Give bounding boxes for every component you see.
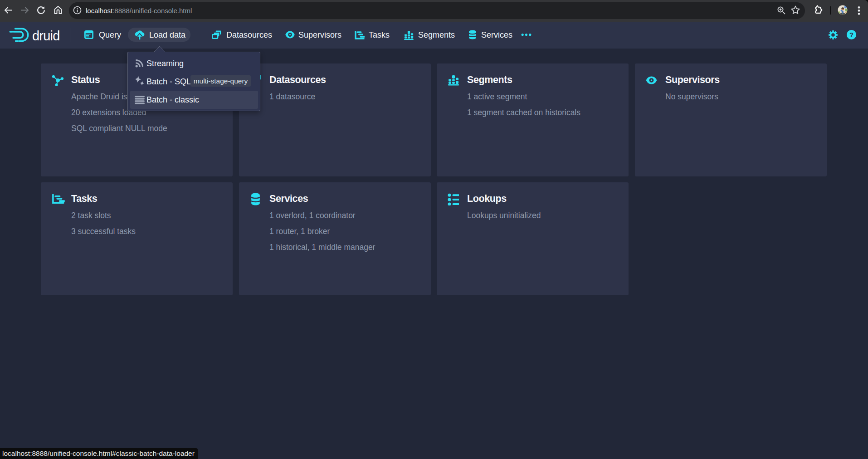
svg-text:?: ? — [849, 31, 853, 39]
